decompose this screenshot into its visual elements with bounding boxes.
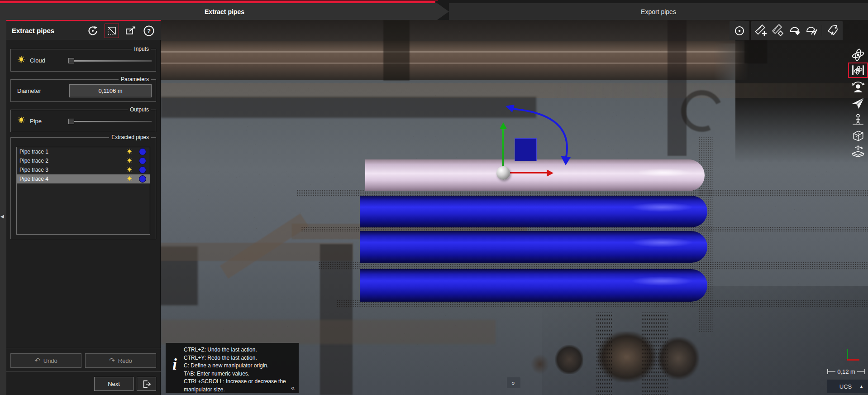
inputs-legend: Inputs	[132, 46, 151, 52]
application-window: Extract pipes Export pipes ◀ Extract pip…	[0, 0, 868, 395]
trace-visibility-bulb-icon[interactable]	[126, 149, 133, 155]
section-plane-icon[interactable]	[105, 24, 119, 38]
panel-header: Extract pipes	[6, 20, 161, 40]
gizmo-origin-sphere[interactable]	[496, 166, 510, 180]
pipe-trace-1-pipe[interactable]	[360, 196, 707, 227]
chevron-down-double-icon: »	[510, 381, 518, 384]
divider	[6, 348, 161, 348]
parameters-legend: Parameters	[119, 76, 151, 82]
axis-indicator-x	[847, 359, 859, 361]
tab-export-pipes[interactable]: Export pipes	[449, 3, 868, 20]
list-item-pipe-trace-3[interactable]: Pipe trace 3	[17, 165, 150, 174]
trace-color-swatch[interactable]	[139, 166, 146, 173]
gizmo-x-axis-arrow[interactable]	[510, 172, 547, 173]
tab-extract-pipes-label: Extract pipes	[205, 8, 244, 15]
wizard-progress-line	[0, 1, 435, 3]
rotate-box-icon[interactable]	[848, 143, 868, 159]
trace-color-swatch[interactable]	[139, 175, 146, 183]
panel-title: Extract pipes	[6, 27, 54, 34]
expand-bottom-panel-button[interactable]: »	[507, 377, 520, 388]
extracted-pipes-legend: Extracted pipes	[109, 134, 151, 140]
cloud-opacity-slider-handle[interactable]	[68, 58, 74, 63]
pipe-trace-label: Pipe trace 1	[19, 149, 126, 155]
focus-toolbox	[730, 21, 749, 40]
collapse-panel-icon[interactable]: ◀	[0, 214, 4, 219]
pipe-visibility-bulb-icon[interactable]	[17, 116, 25, 125]
exit-button[interactable]	[137, 377, 156, 391]
measure-angle-icon[interactable]	[788, 24, 802, 38]
help-line: C: Define a new manipulator origin.	[184, 362, 293, 370]
measure-angle-line-icon[interactable]	[805, 24, 819, 38]
ucs-label: UCS	[827, 383, 859, 390]
measure-distance-icon[interactable]	[772, 24, 785, 38]
pipe-trace-2-pipe[interactable]	[360, 231, 707, 263]
viewport-3d[interactable]: i CTRL+Z: Undo the last action. CTRL+Y: …	[161, 20, 868, 395]
trace-color-swatch[interactable]	[139, 148, 146, 155]
help-line: CTRL+Y: Redo the last action.	[184, 354, 293, 362]
diameter-input[interactable]	[69, 84, 152, 97]
cloud-opacity-slider[interactable]	[69, 60, 152, 62]
trace-visibility-bulb-icon[interactable]	[126, 167, 133, 173]
pipe-opacity-slider[interactable]	[69, 121, 152, 122]
info-icon: i	[166, 343, 184, 393]
trace-color-swatch[interactable]	[139, 157, 146, 164]
ucs-expand-icon: ▲	[859, 384, 868, 389]
help-line: CTRL+Z: Undo the last action.	[184, 346, 293, 354]
fly-mode-icon[interactable]	[848, 95, 868, 111]
gizmo-y-axis-arrowhead	[500, 122, 507, 129]
add-measurement-icon[interactable]	[754, 24, 768, 38]
help-glyph: ?	[147, 28, 151, 34]
export-window-icon[interactable]	[124, 24, 137, 37]
gizmo-rotation-arc[interactable]	[493, 101, 579, 169]
redo-label: Redo	[118, 357, 132, 364]
look-around-mode-icon[interactable]	[848, 79, 868, 95]
gizmo-x-axis-arrowhead	[547, 169, 553, 177]
view-cube-icon[interactable]	[848, 128, 868, 144]
trace-visibility-bulb-icon[interactable]	[126, 158, 133, 164]
next-label: Next	[108, 381, 120, 387]
pipe-trace-3-pipe[interactable]	[360, 269, 707, 302]
undo-label: Undo	[43, 357, 57, 364]
exit-door-icon	[142, 379, 152, 389]
outputs-group: Outputs Pipe	[10, 110, 156, 132]
pipe-opacity-slider-handle[interactable]	[68, 119, 74, 124]
focus-target-icon[interactable]	[733, 24, 746, 38]
diameter-label: Diameter	[17, 87, 41, 94]
tab-extract-pipes[interactable]: Extract pipes	[0, 3, 449, 20]
collapse-help-icon[interactable]: «	[291, 384, 295, 391]
shortcut-help-box: i CTRL+Z: Undo the last action. CTRL+Y: …	[166, 343, 299, 393]
pipe-trace-label: Pipe trace 4	[19, 176, 126, 182]
scale-tick	[864, 369, 865, 374]
extract-pipes-panel: Extract pipes	[6, 20, 161, 395]
measure-toolbox	[751, 21, 843, 40]
inputs-group: Inputs Cloud	[10, 49, 156, 72]
pipe-trace-list[interactable]: Pipe trace 1 Pipe trace 2 Pipe trace 3 P…	[16, 147, 150, 235]
pipe-label: Pipe	[30, 118, 42, 125]
redo-button[interactable]: ↷ Redo	[85, 353, 156, 368]
list-item-pipe-trace-2[interactable]: Pipe trace 2	[17, 156, 150, 165]
cloud-label: Cloud	[30, 57, 45, 64]
scale-bar: 0,12 m	[827, 367, 865, 376]
undo-button[interactable]: ↶ Undo	[10, 353, 81, 368]
cloud-visibility-bulb-icon[interactable]	[17, 56, 25, 64]
walk-mode-icon[interactable]	[848, 112, 868, 127]
wizard-tab-bar: Extract pipes Export pipes	[0, 0, 868, 20]
constrained-orbit-mode-icon-active[interactable]	[848, 63, 868, 78]
pipe-trace-label: Pipe trace 3	[19, 167, 126, 173]
orbit-mode-icon[interactable]	[848, 47, 868, 63]
gizmo-y-axis-arrow[interactable]	[502, 129, 504, 172]
annotation-tag-icon[interactable]	[826, 24, 839, 38]
help-icon[interactable]: ?	[143, 24, 155, 37]
reset-view-icon[interactable]	[86, 24, 99, 37]
next-button[interactable]: Next	[94, 377, 134, 391]
trace-visibility-bulb-icon[interactable]	[126, 176, 133, 182]
scale-line	[828, 371, 835, 372]
list-item-pipe-trace-4-selected[interactable]: Pipe trace 4	[17, 174, 150, 183]
outputs-legend: Outputs	[128, 106, 151, 113]
scale-label: 0,12 m	[835, 368, 857, 375]
panel-collapse-gutter[interactable]: ◀	[0, 20, 6, 395]
list-item-pipe-trace-1[interactable]: Pipe trace 1	[17, 147, 150, 156]
tab-export-pipes-label: Export pipes	[641, 8, 676, 15]
ucs-selector[interactable]: UCS ▲	[827, 380, 868, 393]
divider	[6, 371, 161, 372]
